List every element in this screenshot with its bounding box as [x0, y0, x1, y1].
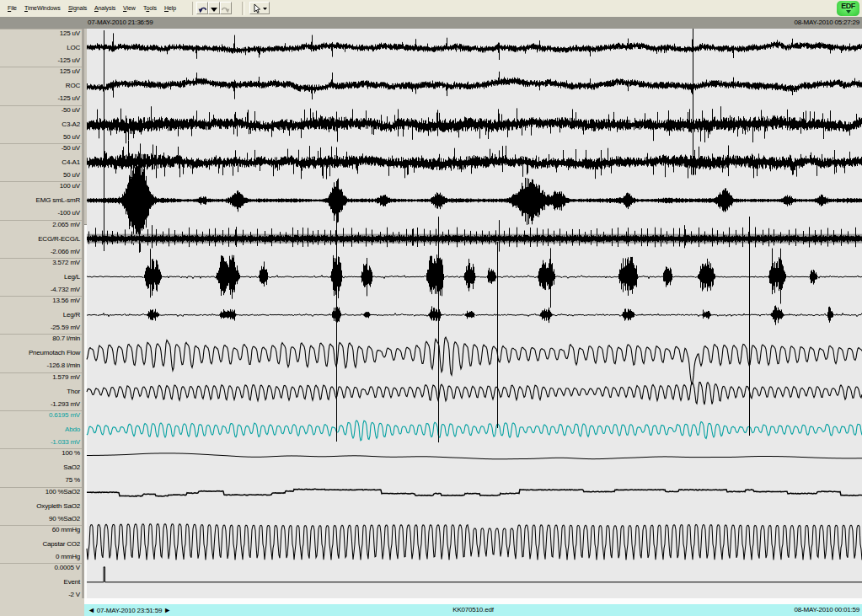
main-area: 125 uVLOC-125 uV125 uVROC-125 uV-50 uVC3…	[0, 29, 862, 598]
menu-view[interactable]: View	[123, 3, 136, 14]
toolbar-separator	[242, 2, 245, 15]
menu-bar: HelpToolsViewAnalysisSignalsTimeWindowsF…	[0, 0, 862, 17]
page-navigation-bar: ◄ 07-MAY-2010 23:51:59 ► KK070510.edf 08…	[84, 604, 862, 616]
trace-abdo	[87, 420, 862, 441]
edf-logo-down-arrow-icon	[846, 10, 851, 13]
recording-filename: KK070510.edf	[84, 604, 862, 616]
menu-signals[interactable]: Signals	[68, 3, 87, 14]
menu-tools[interactable]: Tools	[143, 3, 157, 14]
menu-help[interactable]: Help	[164, 3, 176, 14]
toolbar-separator	[192, 2, 195, 15]
cursor-arrow-icon	[251, 3, 268, 14]
trace-c3-a2	[88, 106, 862, 143]
menu-file[interactable]: File	[8, 3, 17, 14]
window-start-timestamp: 07-MAY-2010 21:36:59	[88, 17, 153, 29]
undo-button[interactable]	[196, 2, 208, 14]
menu-timewindows[interactable]: TimeWindows	[24, 3, 61, 14]
trace-capstar-co2	[87, 524, 862, 560]
trace-roc	[88, 72, 862, 103]
trace-loc	[88, 29, 862, 60]
trace-pneumotach-flow	[87, 337, 862, 384]
redo-arrow-icon	[221, 4, 231, 14]
page-end-timestamp: 08-MAY-2010 00:01:59	[795, 604, 859, 616]
trace-c4-a1	[88, 141, 862, 180]
cursor-dropdown-triangle-shape	[263, 8, 267, 10]
undo-arrowhead-shape	[199, 9, 203, 13]
undo-dropdown-button[interactable]	[208, 2, 220, 14]
pointer-tool-button[interactable]	[249, 2, 270, 14]
redo-button[interactable]	[220, 2, 232, 14]
waveform-traces	[0, 29, 862, 598]
trace-oxypleth-sao2	[87, 489, 862, 496]
menu-analysis[interactable]: Analysis	[94, 3, 115, 14]
dropdown-triangle-shape	[211, 8, 217, 12]
trace-sao2	[87, 453, 862, 459]
trace-event	[87, 567, 862, 582]
trace-thor	[87, 383, 862, 405]
bottom-area: ◄ 07-MAY-2010 23:51:59 ► KK070510.edf 08…	[0, 598, 862, 616]
edf-logo: EDF	[837, 1, 859, 16]
window-end-timestamp: 08-MAY-2010 05:27:29	[795, 17, 859, 29]
undo-arrow-icon	[197, 4, 207, 14]
edf-viewer-window: HelpToolsViewAnalysisSignalsTimeWindowsF…	[0, 0, 862, 616]
redo-arrowhead-shape	[226, 9, 230, 13]
window-timerange-bar: 07-MAY-2010 21:36:59 08-MAY-2010 05:27:2…	[0, 17, 862, 29]
dropdown-triangle-icon	[210, 4, 218, 14]
cursor-arrow-shape	[254, 4, 260, 13]
